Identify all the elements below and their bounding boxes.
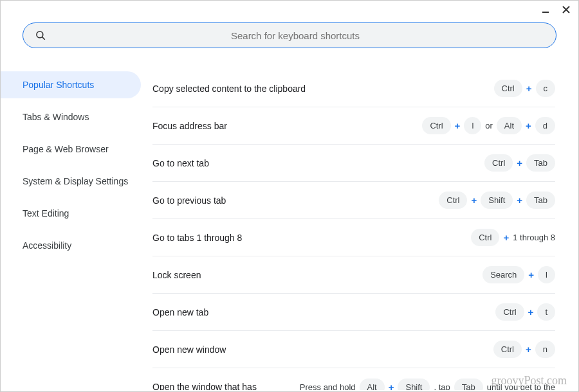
sidebar: Popular ShortcutsTabs & WindowsPage & We… (1, 57, 141, 390)
search-icon (35, 30, 46, 41)
shortcut-row: Go to tabs 1 through 8Ctrl+1 through 8 (152, 219, 555, 256)
shortcut-combo: Ctrl+Shift+Tab (439, 192, 555, 209)
combo-literal: until you get to the (487, 382, 555, 391)
sidebar-item-label: Page & Web Browser (23, 144, 109, 154)
plus-icon: + (455, 120, 461, 131)
shortcut-row: Copy selected content to the clipboardCt… (152, 70, 555, 107)
plus-icon: + (503, 232, 509, 243)
shortcut-description: Focus address bar (152, 121, 422, 131)
shortcut-row: Open the window that hasPress and holdAl… (152, 368, 555, 390)
content: Popular ShortcutsTabs & WindowsPage & We… (1, 57, 578, 390)
sidebar-item-label: Text Editing (23, 208, 69, 218)
key-cap: d (535, 117, 555, 134)
plus-icon: + (471, 195, 477, 206)
sidebar-item-text-editing[interactable]: Text Editing (1, 200, 141, 227)
shortcut-combo: Ctrl+Tab (484, 154, 555, 172)
shortcut-description: Open new tab (152, 307, 495, 317)
shortcut-row: Go to previous tabCtrl+Shift+Tab (152, 182, 555, 219)
sidebar-item-label: Tabs & Windows (23, 112, 89, 122)
plus-icon: + (526, 83, 532, 94)
shortcut-row: Focus address barCtrl+lorAlt+d (152, 107, 555, 145)
key-cap: Ctrl (422, 117, 450, 134)
sidebar-item-label: Accessibility (23, 240, 71, 251)
searchbar-container (1, 19, 578, 57)
key-cap: Ctrl (471, 229, 499, 246)
key-cap: Ctrl (439, 192, 467, 209)
shortcut-row: Go to next tabCtrl+Tab (152, 145, 555, 182)
minimize-icon[interactable] (541, 5, 550, 14)
plus-icon: + (528, 269, 534, 280)
shortcut-row: Open new windowCtrl+n (152, 331, 555, 368)
sidebar-item-label: System & Display Settings (23, 176, 128, 186)
plus-icon: + (517, 195, 522, 206)
plus-icon: + (526, 344, 531, 355)
key-cap: Ctrl (494, 80, 522, 97)
shortcut-description: Go to next tab (152, 158, 484, 168)
key-cap: c (536, 80, 556, 97)
shortcut-combo: Ctrl+c (494, 80, 555, 97)
key-cap: n (535, 341, 555, 358)
key-cap: t (537, 303, 555, 321)
sidebar-item-system-display-settings[interactable]: System & Display Settings (1, 168, 141, 195)
combo-literal: 1 through 8 (513, 233, 555, 242)
sidebar-item-accessibility[interactable]: Accessibility (1, 232, 141, 259)
combo-literal: Press and hold (300, 382, 356, 391)
key-cap: Ctrl (495, 303, 524, 321)
sidebar-item-page-web-browser[interactable]: Page & Web Browser (1, 136, 141, 163)
shortcut-description: Go to tabs 1 through 8 (152, 233, 471, 243)
sidebar-item-tabs-windows[interactable]: Tabs & Windows (1, 103, 141, 130)
window-titlebar (1, 1, 578, 19)
shortcut-combo: Ctrl+lorAlt+d (422, 117, 555, 134)
sidebar-item-label: Popular Shortcuts (23, 80, 94, 90)
combo-literal: or (485, 121, 493, 130)
key-cap: Tab (454, 379, 483, 391)
shortcut-description: Open new window (152, 344, 493, 355)
key-cap: Alt (497, 117, 522, 134)
svg-point-3 (37, 31, 43, 38)
sidebar-item-popular-shortcuts[interactable]: Popular Shortcuts (1, 71, 141, 98)
shortcut-row: Open new tabCtrl+t (152, 294, 555, 331)
key-cap: l (464, 117, 481, 134)
shortcut-list: Copy selected content to the clipboardCt… (141, 57, 578, 390)
plus-icon: + (389, 382, 394, 391)
shortcut-combo: Ctrl+1 through 8 (471, 229, 555, 246)
shortcut-description: Open the window that has (152, 382, 300, 390)
plus-icon: + (526, 120, 531, 131)
key-cap: Shift (398, 379, 430, 391)
key-cap: l (538, 266, 555, 283)
shortcut-combo: Search+l (482, 266, 555, 283)
key-cap: Search (482, 266, 524, 283)
searchbar[interactable] (23, 22, 556, 48)
combo-literal: , tap (434, 382, 450, 391)
key-cap: Tab (526, 192, 555, 209)
svg-line-4 (42, 37, 45, 40)
key-cap: Ctrl (484, 154, 513, 172)
shortcut-description: Go to previous tab (152, 195, 439, 206)
shortcut-combo: Press and holdAlt+Shift, tapTabuntil you… (300, 379, 555, 391)
search-input[interactable] (46, 30, 544, 41)
plus-icon: + (528, 307, 534, 317)
key-cap: Tab (526, 154, 555, 172)
close-icon[interactable] (562, 5, 571, 14)
shortcut-row: Lock screenSearch+l (152, 256, 555, 294)
shortcut-description: Copy selected content to the clipboard (152, 84, 494, 94)
shortcut-combo: Ctrl+t (495, 303, 555, 321)
key-cap: Ctrl (493, 341, 522, 358)
shortcut-description: Lock screen (152, 270, 482, 280)
plus-icon: + (517, 157, 522, 168)
key-cap: Alt (360, 379, 385, 391)
shortcut-combo: Ctrl+n (493, 341, 555, 358)
key-cap: Shift (481, 192, 513, 209)
